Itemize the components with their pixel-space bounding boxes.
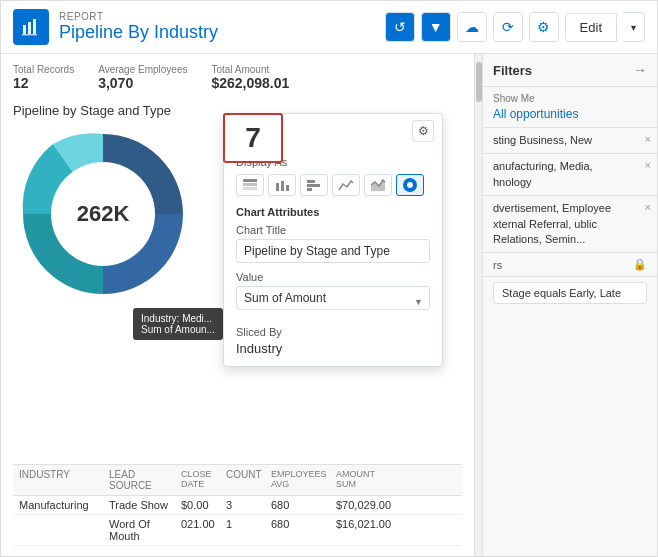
main-container: REPORT Pipeline By Industry ↺ ▼ ☁ ⟳ ⚙ Ed… — [0, 0, 658, 557]
show-me-value[interactable]: All opportunities — [493, 107, 647, 121]
edit-dropdown-button[interactable]: ▾ — [623, 12, 645, 42]
table-row: Word Of Mouth 021.00 1 680 $16,021.00 — [13, 515, 462, 546]
chart-tooltip: Industry: Medi... Sum of Amoun... — [133, 308, 223, 340]
chart-type-area[interactable] — [364, 174, 392, 196]
th-lead-source: LEAD SOURCE — [103, 465, 175, 495]
chart-attrs-label: Chart Attributes — [236, 206, 430, 218]
report-icon — [13, 9, 49, 45]
th-employees: EMPLOYEESAvg — [265, 465, 330, 495]
svg-rect-13 — [307, 188, 312, 191]
chart-type-line[interactable] — [332, 174, 360, 196]
td-count-1: 3 — [220, 496, 265, 514]
header-right: ↺ ▼ ☁ ⟳ ⚙ Edit ▾ — [385, 12, 645, 42]
chart-title-input[interactable] — [236, 239, 430, 263]
svg-rect-9 — [281, 181, 284, 191]
table-header-row: INDUSTRY LEAD SOURCE CLOSE DATE COUNT EM… — [13, 464, 462, 496]
td-industry-2 — [13, 515, 103, 545]
sliced-by-value: Industry — [236, 341, 430, 356]
td-amt-2: $16,021.00 — [330, 515, 405, 545]
stats-row: Total Records 12 Average Employees 3,070… — [13, 64, 462, 91]
svg-rect-2 — [33, 19, 36, 34]
settings-button[interactable]: ⚙ — [529, 12, 559, 42]
stat-total-amount: Total Amount $262,098.01 — [211, 64, 289, 91]
th-close-date: CLOSE DATE — [175, 465, 220, 495]
svg-rect-3 — [22, 34, 37, 36]
filters-header: Filters → — [483, 54, 657, 87]
stat-avg-employees: Average Employees 3,070 — [98, 64, 187, 91]
page-title: Pipeline By Industry — [59, 22, 218, 43]
svg-rect-12 — [307, 184, 320, 187]
chart-options-panel: 7 ⚙ Display As — [223, 113, 443, 367]
td-amt-1: $70,029.00 — [330, 496, 405, 514]
chart-type-selector — [236, 174, 430, 196]
report-label: REPORT — [59, 11, 218, 22]
svg-point-15 — [408, 183, 412, 187]
cloud-button[interactable]: ☁ — [457, 12, 487, 42]
show-me-label: Show Me — [493, 93, 647, 104]
settings-icon: ⚙ — [537, 19, 550, 35]
total-amount-value: $262,098.01 — [211, 75, 289, 91]
tooltip-line2: Sum of Amoun... — [141, 324, 215, 335]
table-section: INDUSTRY LEAD SOURCE CLOSE DATE COUNT EM… — [13, 464, 462, 546]
filter-item-2: anufacturing, Media, hnology × — [483, 154, 657, 196]
show-me-section: Show Me All opportunities — [483, 87, 657, 128]
filter-icon: ▼ — [429, 19, 443, 35]
chart-section: Pipeline by Stage and Type — [13, 103, 462, 460]
sliced-by-label: Sliced By — [236, 326, 430, 338]
header-left: REPORT Pipeline By Industry — [13, 9, 218, 45]
stage-filter: Stage equals Early, Late — [493, 282, 647, 304]
td-emp-1: 680 — [265, 496, 330, 514]
svg-rect-6 — [243, 183, 257, 186]
total-records-value: 12 — [13, 75, 74, 91]
avg-employees-label: Average Employees — [98, 64, 187, 75]
td-lead-1: Trade Show — [103, 496, 175, 514]
gear-icon: ⚙ — [418, 124, 429, 138]
scroll-thumb — [476, 62, 482, 102]
value-select-wrapper: Sum of Amount — [236, 286, 430, 318]
th-amount: AMOUNTSum — [330, 465, 405, 495]
edit-button[interactable]: Edit — [565, 13, 617, 42]
donut-center-value: 262K — [77, 201, 130, 227]
filter-close-1[interactable]: × — [645, 133, 651, 145]
chevron-down-icon: ▾ — [631, 22, 636, 33]
cloud-icon: ☁ — [465, 19, 479, 35]
total-records-label: Total Records — [13, 64, 74, 75]
scrollbar[interactable] — [474, 54, 482, 556]
filter-button[interactable]: ▼ — [421, 12, 451, 42]
svg-rect-10 — [286, 185, 289, 191]
chart-type-bar[interactable] — [268, 174, 296, 196]
refresh-icon: ↺ — [394, 19, 406, 35]
filter-item-1: sting Business, New × — [483, 128, 657, 154]
th-count: COUNT — [220, 465, 265, 495]
left-panel: Total Records 12 Average Employees 3,070… — [1, 54, 474, 556]
td-count-2: 1 — [220, 515, 265, 545]
chart-type-bar2[interactable] — [300, 174, 328, 196]
lock-icon: 🔒 — [633, 258, 647, 271]
stat-total-records: Total Records 12 — [13, 64, 74, 91]
svg-rect-0 — [23, 25, 26, 34]
chart-type-donut[interactable] — [396, 174, 424, 196]
donut-chart: 262K — [13, 124, 193, 304]
filter-close-2[interactable]: × — [645, 159, 651, 171]
header-title-group: REPORT Pipeline By Industry — [59, 11, 218, 43]
filter-text-3: dvertisement, Employee xternal Referral,… — [493, 201, 647, 247]
td-lead-2: Word Of Mouth — [103, 515, 175, 545]
td-emp-2: 680 — [265, 515, 330, 545]
value-select[interactable]: Sum of Amount — [236, 286, 430, 310]
filter-item-3: dvertisement, Employee xternal Referral,… — [483, 196, 657, 253]
tooltip-line1: Industry: Medi... — [141, 313, 215, 324]
header: REPORT Pipeline By Industry ↺ ▼ ☁ ⟳ ⚙ Ed… — [1, 1, 657, 54]
reload-button[interactable]: ⟳ — [493, 12, 523, 42]
svg-rect-11 — [307, 180, 315, 183]
number-badge: 7 — [223, 113, 283, 163]
filters-arrow-button[interactable]: → — [633, 62, 647, 78]
gear-float-button[interactable]: ⚙ — [412, 120, 434, 142]
filter-close-3[interactable]: × — [645, 201, 651, 213]
chart-type-table[interactable] — [236, 174, 264, 196]
refresh-button[interactable]: ↺ — [385, 12, 415, 42]
table-row: Manufacturing Trade Show $0.00 3 680 $70… — [13, 496, 462, 515]
filter-text-2: anufacturing, Media, hnology — [493, 159, 647, 190]
td-t-1: $0.00 — [175, 496, 220, 514]
filters-bottom-bar: rs 🔒 — [483, 253, 657, 277]
svg-rect-7 — [243, 187, 257, 190]
